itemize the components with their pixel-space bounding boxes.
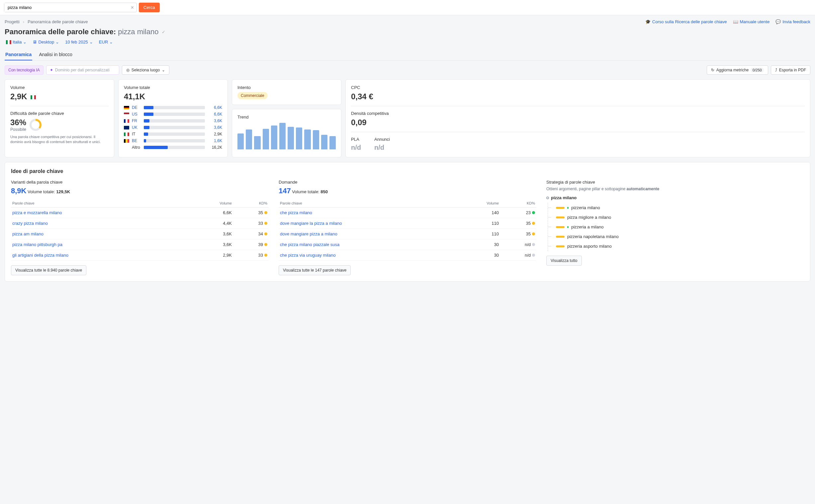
volume-label: Volume <box>10 85 109 90</box>
chevron-right-icon: › <box>23 19 24 24</box>
country-code[interactable]: US <box>132 112 141 117</box>
volume-country-row: DE 6,6K <box>124 105 222 110</box>
cpc-value: 0,34 € <box>351 92 805 101</box>
chevron-down-icon: ⌄ <box>23 40 27 44</box>
country-volume[interactable]: 6,6K <box>208 112 222 117</box>
country-code[interactable]: BE <box>132 138 141 143</box>
table-row: pizza e mozzarella milano 6,6K 35 <box>11 208 269 218</box>
page-title: Panoramica delle parole chiave: pizza mi… <box>5 28 158 36</box>
tab-overview[interactable]: Panoramica <box>5 49 32 60</box>
trend-bar <box>329 136 336 149</box>
trend-bar <box>263 129 269 149</box>
country-volume: 2,9K <box>208 132 222 136</box>
strategy-item[interactable]: pizzeria a milano <box>553 222 804 232</box>
keyword-link[interactable]: crazy pizza milano <box>12 221 48 226</box>
keyword-link[interactable]: dove mangiare la pizza a milano <box>280 221 342 226</box>
country-volume[interactable]: 3,6K <box>208 119 222 123</box>
country-code[interactable]: FR <box>132 119 141 123</box>
chevron-down-icon: ⌄ <box>89 40 93 44</box>
kd-status: Possibile <box>10 127 26 132</box>
breadcrumb: Progetti › Panoramica delle parole chiav… <box>5 19 88 24</box>
density-value: 0,09 <box>351 118 805 127</box>
strategy-item[interactable]: pizzeria napoletana milano <box>553 232 804 241</box>
strategy-title: Strategia di parole chiave <box>546 180 804 185</box>
manual-link[interactable]: 📖Manuale utente <box>733 19 770 24</box>
ads-value: n/d <box>374 144 390 151</box>
variants-count[interactable]: 8,9K <box>11 187 26 195</box>
view-all-questions-button[interactable]: Visualizza tutte le 147 parole chiave <box>279 265 351 275</box>
keyword-link[interactable]: dove mangiare pizza a milano <box>280 231 337 236</box>
export-button[interactable]: ⤴Esporta in PDF <box>771 65 810 75</box>
date-filter[interactable]: 10 feb 2025 ⌄ <box>65 40 93 44</box>
trend-bar <box>296 127 302 149</box>
view-all-variants-button[interactable]: Visualizza tutte le 8.940 parole chiave <box>11 265 86 275</box>
intent-label: Intento <box>237 85 336 90</box>
refresh-button[interactable]: ↻Aggiorna metriche0/250 <box>707 65 768 75</box>
clear-icon[interactable]: × <box>128 5 136 11</box>
volume-value: 2,9K <box>10 92 109 101</box>
search-input[interactable] <box>4 3 128 12</box>
table-row: dove mangiare la pizza a milano 110 35 <box>279 218 536 229</box>
chevron-down-icon: ⌄ <box>55 40 59 44</box>
ai-badge: Con tecnologia IA <box>5 65 44 75</box>
table-row: che pizza milano 140 23 <box>279 208 536 218</box>
total-volume-label: Volume totale <box>124 85 222 90</box>
country-code[interactable]: DE <box>132 105 141 110</box>
strategy-item[interactable]: pizzeria milano <box>553 203 804 212</box>
search-button[interactable]: Cerca <box>139 3 160 12</box>
target-icon: ◎ <box>126 68 130 72</box>
volume-country-row: US 6,6K <box>124 112 222 117</box>
keyword-link[interactable]: pizza milano pittsburgh pa <box>12 242 62 247</box>
breadcrumb-root[interactable]: Progetti <box>5 19 20 24</box>
feedback-link[interactable]: 💬Invia feedback <box>775 19 810 24</box>
volume-cell: 140 <box>459 208 500 218</box>
currency-filter[interactable]: EUR ⌄ <box>99 40 113 44</box>
chevron-down-icon: ⌄ <box>109 40 113 44</box>
country-volume[interactable]: 1,6K <box>208 138 222 143</box>
strategy-root: pizza milano <box>546 195 804 200</box>
volume-cell: 30 <box>459 239 500 250</box>
keyword-link[interactable]: che pizza milano piazzale susa <box>280 242 339 247</box>
view-all-strategy-button[interactable]: Visualizza tutto <box>546 256 582 266</box>
country-code[interactable]: UK <box>132 125 141 130</box>
tab-bulk[interactable]: Analisi in blocco <box>38 49 73 60</box>
flag-icon <box>124 139 129 143</box>
flag-icon <box>124 113 129 116</box>
trend-bar <box>237 133 244 149</box>
keyword-link[interactable]: che pizza milano <box>280 210 312 215</box>
total-volume-value: 41,1K <box>124 92 222 101</box>
trend-label: Trend <box>237 115 336 120</box>
table-row: che pizza via uruguay milano 30 n/d <box>279 250 536 261</box>
country-volume[interactable]: 3,6K <box>208 125 222 130</box>
keyword-link[interactable]: pizza am milano <box>12 231 44 236</box>
volume-country-row: IT 2,9K <box>124 132 222 136</box>
keyword-link[interactable]: pizza e mozzarella milano <box>12 210 62 215</box>
kd-cell: 39 <box>233 239 269 250</box>
strategy-item[interactable]: pizzeria asporto milano <box>553 241 804 251</box>
volume-cell: 2,9K <box>188 250 233 261</box>
pla-value: n/d <box>351 144 361 151</box>
kd-donut-chart <box>30 119 42 131</box>
trend-bar <box>288 127 294 149</box>
volume-country-row: BE 1,6K <box>124 138 222 143</box>
volume-cell: 110 <box>459 218 500 229</box>
book-icon: 📖 <box>733 19 738 24</box>
keyword-link[interactable]: gli artigiani della pizza milano <box>12 253 68 258</box>
course-link[interactable]: 🎓Corso sulla Ricerca delle parole chiave <box>645 19 727 24</box>
other-label: Altro <box>132 145 141 150</box>
location-select[interactable]: ◎Seleziona luogo⌄ <box>122 65 169 75</box>
verified-icon: ✓ <box>162 30 165 35</box>
volume-country-row: FR 3,6K <box>124 119 222 123</box>
questions-count[interactable]: 147 <box>279 187 291 195</box>
table-row: crazy pizza milano 4,4K 33 <box>11 218 269 229</box>
kd-cell: 35 <box>233 208 269 218</box>
trend-bar <box>313 130 319 149</box>
device-filter[interactable]: 🖥 Desktop ⌄ <box>33 40 59 44</box>
country-volume[interactable]: 6,6K <box>208 105 222 110</box>
strategy-item[interactable]: pizza migliore a milano <box>553 212 804 222</box>
kd-cell: 33 <box>233 218 269 229</box>
country-filter[interactable]: Italia ⌄ <box>5 40 27 44</box>
refresh-icon: ↻ <box>711 68 714 72</box>
keyword-link[interactable]: che pizza via uruguay milano <box>280 253 336 258</box>
domain-input[interactable]: ✦Dominio per dati personalizzati <box>46 65 119 75</box>
